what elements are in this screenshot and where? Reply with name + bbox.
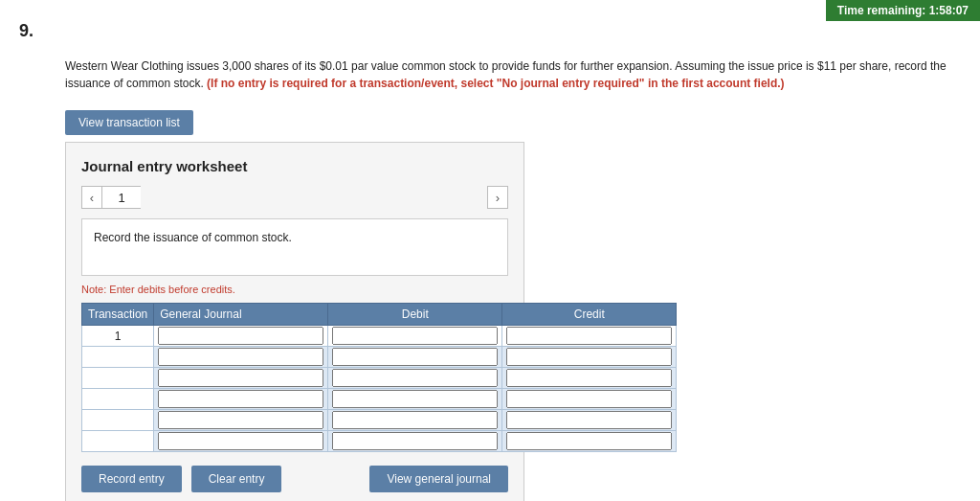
journal-table: Transaction General Journal Debit Credit… bbox=[81, 303, 677, 452]
table-row bbox=[82, 410, 677, 431]
table-row: 1 bbox=[82, 326, 677, 347]
credit-input[interactable] bbox=[506, 348, 672, 366]
credit-cell[interactable] bbox=[502, 389, 677, 410]
transaction-description: Record the issuance of common stock. bbox=[81, 218, 508, 276]
col-header-credit: Credit bbox=[502, 304, 677, 326]
question-highlight: (If no entry is required for a transacti… bbox=[207, 77, 785, 90]
worksheet-title: Journal entry worksheet bbox=[81, 158, 508, 174]
tab-number: 1 bbox=[102, 186, 141, 209]
debit-cell[interactable] bbox=[328, 410, 502, 431]
prev-tab-button[interactable]: ‹ bbox=[81, 186, 102, 209]
credit-cell[interactable] bbox=[502, 368, 677, 389]
view-transaction-button[interactable]: View transaction list bbox=[65, 110, 193, 135]
gj-input[interactable] bbox=[158, 411, 323, 429]
gj-cell[interactable] bbox=[154, 389, 328, 410]
debit-input[interactable] bbox=[332, 369, 498, 387]
debit-input[interactable] bbox=[332, 348, 498, 366]
debit-input[interactable] bbox=[332, 327, 498, 345]
gj-input[interactable] bbox=[158, 432, 323, 450]
journal-entry-worksheet: Journal entry worksheet ‹ 1 › Record the… bbox=[65, 142, 524, 501]
credit-cell[interactable] bbox=[502, 431, 677, 452]
debit-cell[interactable] bbox=[328, 326, 502, 347]
credit-cell[interactable] bbox=[502, 326, 677, 347]
clear-entry-button[interactable]: Clear entry bbox=[191, 466, 282, 492]
col-header-transaction: Transaction bbox=[82, 304, 154, 326]
col-header-debit: Debit bbox=[328, 304, 502, 326]
credit-input[interactable] bbox=[506, 369, 672, 387]
table-row bbox=[82, 389, 677, 410]
gj-cell[interactable] bbox=[154, 410, 328, 431]
gj-input[interactable] bbox=[158, 348, 323, 366]
debit-cell[interactable] bbox=[328, 347, 502, 368]
transaction-cell bbox=[82, 410, 154, 431]
gj-cell[interactable] bbox=[154, 431, 328, 452]
worksheet-nav: ‹ 1 › bbox=[81, 186, 508, 209]
credit-input[interactable] bbox=[506, 327, 672, 345]
view-general-journal-button[interactable]: View general journal bbox=[369, 466, 508, 492]
gj-cell[interactable] bbox=[154, 326, 328, 347]
transaction-cell: 1 bbox=[82, 326, 154, 347]
transaction-cell bbox=[82, 347, 154, 368]
gj-input[interactable] bbox=[158, 390, 323, 408]
debit-cell[interactable] bbox=[328, 368, 502, 389]
debit-input[interactable] bbox=[332, 411, 498, 429]
col-header-general-journal: General Journal bbox=[154, 304, 328, 326]
table-row bbox=[82, 431, 677, 452]
transaction-cell bbox=[82, 368, 154, 389]
debit-input[interactable] bbox=[332, 432, 498, 450]
gj-cell[interactable] bbox=[154, 368, 328, 389]
timer-display: Time remaining: 1:58:07 bbox=[826, 0, 980, 21]
gj-input[interactable] bbox=[158, 369, 323, 387]
note-text: Note: Enter debits before credits. bbox=[81, 284, 508, 295]
credit-input[interactable] bbox=[506, 432, 672, 450]
credit-cell[interactable] bbox=[502, 347, 677, 368]
credit-input[interactable] bbox=[506, 411, 672, 429]
question-number: 9. bbox=[19, 21, 33, 41]
gj-cell[interactable] bbox=[154, 347, 328, 368]
credit-input[interactable] bbox=[506, 390, 672, 408]
table-row bbox=[82, 347, 677, 368]
question-text: Western Wear Clothing issues 3,000 share… bbox=[65, 57, 961, 92]
record-entry-button[interactable]: Record entry bbox=[81, 466, 182, 492]
gj-input[interactable] bbox=[158, 327, 323, 345]
debit-cell[interactable] bbox=[328, 389, 502, 410]
action-buttons: Record entry Clear entry View general jo… bbox=[81, 466, 508, 492]
debit-cell[interactable] bbox=[328, 431, 502, 452]
debit-input[interactable] bbox=[332, 390, 498, 408]
next-tab-button[interactable]: › bbox=[487, 186, 508, 209]
table-row bbox=[82, 368, 677, 389]
transaction-cell bbox=[82, 431, 154, 452]
credit-cell[interactable] bbox=[502, 410, 677, 431]
transaction-cell bbox=[82, 389, 154, 410]
